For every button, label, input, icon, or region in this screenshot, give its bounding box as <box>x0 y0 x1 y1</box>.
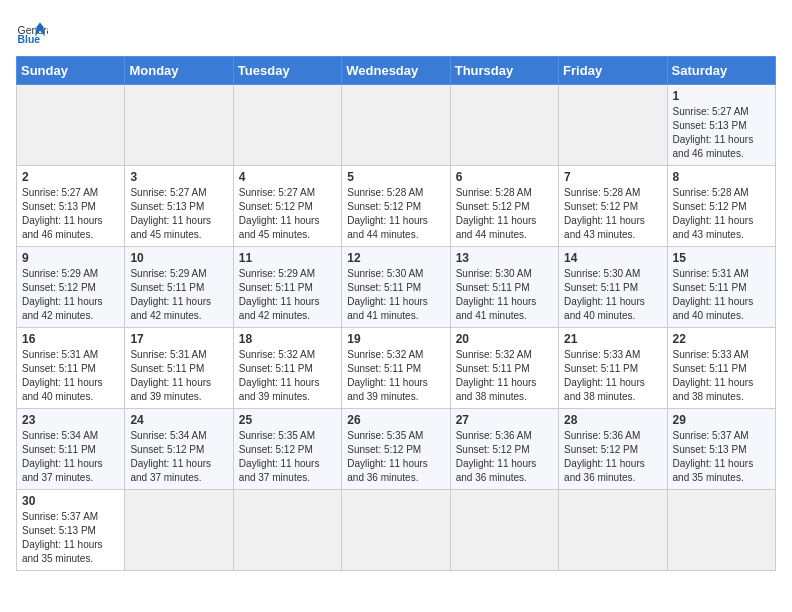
day-number: 5 <box>347 170 444 184</box>
weekday-header-row: SundayMondayTuesdayWednesdayThursdayFrid… <box>17 57 776 85</box>
day-info: Sunrise: 5:30 AMSunset: 5:11 PMDaylight:… <box>564 267 661 323</box>
day-number: 12 <box>347 251 444 265</box>
day-info: Sunrise: 5:27 AMSunset: 5:13 PMDaylight:… <box>130 186 227 242</box>
day-info: Sunrise: 5:31 AMSunset: 5:11 PMDaylight:… <box>22 348 119 404</box>
day-number: 24 <box>130 413 227 427</box>
day-info: Sunrise: 5:28 AMSunset: 5:12 PMDaylight:… <box>564 186 661 242</box>
logo: General Blue <box>16 16 52 48</box>
day-info: Sunrise: 5:36 AMSunset: 5:12 PMDaylight:… <box>456 429 553 485</box>
calendar-cell: 6Sunrise: 5:28 AMSunset: 5:12 PMDaylight… <box>450 166 558 247</box>
weekday-header-monday: Monday <box>125 57 233 85</box>
day-number: 11 <box>239 251 336 265</box>
day-info: Sunrise: 5:28 AMSunset: 5:12 PMDaylight:… <box>456 186 553 242</box>
calendar-cell <box>233 490 341 571</box>
day-number: 14 <box>564 251 661 265</box>
day-info: Sunrise: 5:33 AMSunset: 5:11 PMDaylight:… <box>673 348 770 404</box>
calendar-week-row: 16Sunrise: 5:31 AMSunset: 5:11 PMDayligh… <box>17 328 776 409</box>
calendar-cell <box>125 85 233 166</box>
calendar-cell: 15Sunrise: 5:31 AMSunset: 5:11 PMDayligh… <box>667 247 775 328</box>
day-number: 22 <box>673 332 770 346</box>
day-number: 30 <box>22 494 119 508</box>
calendar-cell: 13Sunrise: 5:30 AMSunset: 5:11 PMDayligh… <box>450 247 558 328</box>
calendar-cell <box>233 85 341 166</box>
day-info: Sunrise: 5:27 AMSunset: 5:13 PMDaylight:… <box>22 186 119 242</box>
day-info: Sunrise: 5:31 AMSunset: 5:11 PMDaylight:… <box>673 267 770 323</box>
day-number: 2 <box>22 170 119 184</box>
calendar-cell: 18Sunrise: 5:32 AMSunset: 5:11 PMDayligh… <box>233 328 341 409</box>
day-info: Sunrise: 5:34 AMSunset: 5:12 PMDaylight:… <box>130 429 227 485</box>
weekday-header-saturday: Saturday <box>667 57 775 85</box>
day-number: 26 <box>347 413 444 427</box>
calendar-cell <box>559 490 667 571</box>
day-info: Sunrise: 5:27 AMSunset: 5:12 PMDaylight:… <box>239 186 336 242</box>
calendar-week-row: 30Sunrise: 5:37 AMSunset: 5:13 PMDayligh… <box>17 490 776 571</box>
calendar-cell <box>342 85 450 166</box>
day-number: 21 <box>564 332 661 346</box>
calendar-week-row: 2Sunrise: 5:27 AMSunset: 5:13 PMDaylight… <box>17 166 776 247</box>
day-number: 17 <box>130 332 227 346</box>
day-number: 29 <box>673 413 770 427</box>
day-info: Sunrise: 5:32 AMSunset: 5:11 PMDaylight:… <box>456 348 553 404</box>
weekday-header-sunday: Sunday <box>17 57 125 85</box>
calendar-cell: 10Sunrise: 5:29 AMSunset: 5:11 PMDayligh… <box>125 247 233 328</box>
page-header: General Blue <box>16 16 776 48</box>
calendar-cell: 8Sunrise: 5:28 AMSunset: 5:12 PMDaylight… <box>667 166 775 247</box>
calendar-cell: 27Sunrise: 5:36 AMSunset: 5:12 PMDayligh… <box>450 409 558 490</box>
day-info: Sunrise: 5:33 AMSunset: 5:11 PMDaylight:… <box>564 348 661 404</box>
day-info: Sunrise: 5:30 AMSunset: 5:11 PMDaylight:… <box>347 267 444 323</box>
day-info: Sunrise: 5:31 AMSunset: 5:11 PMDaylight:… <box>130 348 227 404</box>
day-number: 7 <box>564 170 661 184</box>
calendar-week-row: 1Sunrise: 5:27 AMSunset: 5:13 PMDaylight… <box>17 85 776 166</box>
calendar-cell <box>559 85 667 166</box>
calendar-cell: 22Sunrise: 5:33 AMSunset: 5:11 PMDayligh… <box>667 328 775 409</box>
day-number: 18 <box>239 332 336 346</box>
calendar-cell: 7Sunrise: 5:28 AMSunset: 5:12 PMDaylight… <box>559 166 667 247</box>
calendar-cell: 30Sunrise: 5:37 AMSunset: 5:13 PMDayligh… <box>17 490 125 571</box>
calendar-table: SundayMondayTuesdayWednesdayThursdayFrid… <box>16 56 776 571</box>
calendar-cell: 9Sunrise: 5:29 AMSunset: 5:12 PMDaylight… <box>17 247 125 328</box>
calendar-cell: 11Sunrise: 5:29 AMSunset: 5:11 PMDayligh… <box>233 247 341 328</box>
calendar-cell: 14Sunrise: 5:30 AMSunset: 5:11 PMDayligh… <box>559 247 667 328</box>
calendar-cell: 21Sunrise: 5:33 AMSunset: 5:11 PMDayligh… <box>559 328 667 409</box>
day-number: 23 <box>22 413 119 427</box>
calendar-cell: 2Sunrise: 5:27 AMSunset: 5:13 PMDaylight… <box>17 166 125 247</box>
day-number: 4 <box>239 170 336 184</box>
calendar-week-row: 23Sunrise: 5:34 AMSunset: 5:11 PMDayligh… <box>17 409 776 490</box>
calendar-cell: 1Sunrise: 5:27 AMSunset: 5:13 PMDaylight… <box>667 85 775 166</box>
calendar-cell: 4Sunrise: 5:27 AMSunset: 5:12 PMDaylight… <box>233 166 341 247</box>
day-number: 20 <box>456 332 553 346</box>
calendar-cell: 5Sunrise: 5:28 AMSunset: 5:12 PMDaylight… <box>342 166 450 247</box>
calendar-cell: 19Sunrise: 5:32 AMSunset: 5:11 PMDayligh… <box>342 328 450 409</box>
day-info: Sunrise: 5:35 AMSunset: 5:12 PMDaylight:… <box>347 429 444 485</box>
day-number: 6 <box>456 170 553 184</box>
calendar-cell: 20Sunrise: 5:32 AMSunset: 5:11 PMDayligh… <box>450 328 558 409</box>
day-number: 15 <box>673 251 770 265</box>
calendar-cell <box>342 490 450 571</box>
calendar-cell <box>450 85 558 166</box>
calendar-cell: 17Sunrise: 5:31 AMSunset: 5:11 PMDayligh… <box>125 328 233 409</box>
day-info: Sunrise: 5:27 AMSunset: 5:13 PMDaylight:… <box>673 105 770 161</box>
day-info: Sunrise: 5:29 AMSunset: 5:12 PMDaylight:… <box>22 267 119 323</box>
day-info: Sunrise: 5:34 AMSunset: 5:11 PMDaylight:… <box>22 429 119 485</box>
day-number: 9 <box>22 251 119 265</box>
calendar-cell <box>667 490 775 571</box>
calendar-cell: 3Sunrise: 5:27 AMSunset: 5:13 PMDaylight… <box>125 166 233 247</box>
calendar-cell: 25Sunrise: 5:35 AMSunset: 5:12 PMDayligh… <box>233 409 341 490</box>
day-info: Sunrise: 5:28 AMSunset: 5:12 PMDaylight:… <box>347 186 444 242</box>
day-info: Sunrise: 5:32 AMSunset: 5:11 PMDaylight:… <box>347 348 444 404</box>
weekday-header-wednesday: Wednesday <box>342 57 450 85</box>
calendar-cell <box>17 85 125 166</box>
day-number: 10 <box>130 251 227 265</box>
day-info: Sunrise: 5:29 AMSunset: 5:11 PMDaylight:… <box>130 267 227 323</box>
day-info: Sunrise: 5:29 AMSunset: 5:11 PMDaylight:… <box>239 267 336 323</box>
calendar-cell: 29Sunrise: 5:37 AMSunset: 5:13 PMDayligh… <box>667 409 775 490</box>
day-info: Sunrise: 5:32 AMSunset: 5:11 PMDaylight:… <box>239 348 336 404</box>
calendar-cell: 28Sunrise: 5:36 AMSunset: 5:12 PMDayligh… <box>559 409 667 490</box>
weekday-header-tuesday: Tuesday <box>233 57 341 85</box>
day-number: 3 <box>130 170 227 184</box>
day-info: Sunrise: 5:36 AMSunset: 5:12 PMDaylight:… <box>564 429 661 485</box>
calendar-cell <box>125 490 233 571</box>
day-info: Sunrise: 5:35 AMSunset: 5:12 PMDaylight:… <box>239 429 336 485</box>
weekday-header-friday: Friday <box>559 57 667 85</box>
calendar-cell: 26Sunrise: 5:35 AMSunset: 5:12 PMDayligh… <box>342 409 450 490</box>
